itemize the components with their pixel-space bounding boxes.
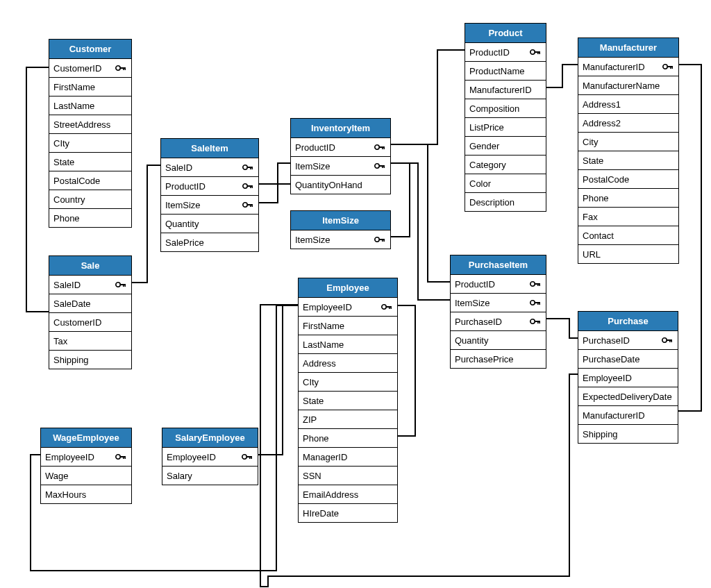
attribute-name: ProductName [469, 66, 524, 76]
attribute-row[interactable]: SaleID [49, 276, 131, 294]
attribute-row[interactable]: ListPrice [465, 117, 546, 136]
entity-saleitem[interactable]: SaleItemSaleIDProductIDItemSizeQuantityS… [160, 138, 259, 252]
attribute-row[interactable]: ZIP [299, 410, 397, 428]
attribute-row[interactable]: ItemSize [451, 293, 546, 312]
attribute-row[interactable]: Country [49, 190, 131, 208]
attribute-name: PurchaseID [583, 335, 630, 346]
entity-wageemployee[interactable]: WageEmployeeEmployeeIDWageMaxHours [40, 428, 132, 504]
attribute-row[interactable]: FirstName [299, 316, 397, 335]
attribute-row[interactable]: PurchaseID [578, 331, 678, 349]
attribute-row[interactable]: EmployeeID [299, 298, 397, 316]
entity-title: Employee [299, 278, 397, 298]
attribute-row[interactable]: QuantityOnHand [291, 175, 390, 194]
svg-rect-13 [247, 185, 252, 187]
attribute-row[interactable]: ItemSize [291, 156, 390, 175]
attribute-name: Composition [469, 103, 519, 114]
attribute-name: Phone [303, 433, 329, 444]
entity-sale[interactable]: SaleSaleIDSaleDateCustomerIDTaxShipping [49, 255, 132, 369]
attribute-row[interactable]: EmployeeID [578, 368, 678, 387]
svg-rect-9 [247, 167, 252, 168]
entity-employee[interactable]: EmployeeEmployeeIDFirstNameLastNameAddre… [298, 278, 398, 523]
primary-key-icon [529, 318, 542, 325]
attribute-row[interactable]: ProductID [291, 138, 390, 156]
entity-purchase[interactable]: PurchasePurchaseIDPurchaseDateEmployeeID… [578, 311, 678, 444]
attribute-row[interactable]: Wage [41, 466, 131, 485]
entity-product[interactable]: ProductProductIDProductNameManufacturerI… [465, 23, 546, 212]
attribute-row[interactable]: EmployeeID [41, 448, 131, 466]
attribute-row[interactable]: LastName [49, 96, 131, 115]
attribute-row[interactable]: PurchaseDate [578, 349, 678, 368]
attribute-row[interactable]: MaxHours [41, 485, 131, 503]
entity-salaryemployee[interactable]: SalaryEmployeeEmployeeIDSalary [162, 428, 258, 485]
attribute-row[interactable]: CIty [49, 133, 131, 152]
attribute-row[interactable]: EmailAddress [299, 485, 397, 503]
attribute-row[interactable]: Phone [299, 428, 397, 447]
attribute-row[interactable]: ProductID [465, 43, 546, 61]
attribute-row[interactable]: Description [465, 192, 546, 211]
attribute-row[interactable]: ProductName [465, 61, 546, 80]
attribute-row[interactable]: Color [465, 174, 546, 192]
attribute-row[interactable]: URL [578, 244, 678, 263]
attribute-row[interactable]: CustomerID [49, 312, 131, 331]
attribute-name: Salary [167, 471, 192, 481]
attribute-name: LastName [303, 339, 344, 350]
attribute-row[interactable]: ManagerID [299, 447, 397, 466]
attribute-row[interactable]: Contact [578, 226, 678, 244]
attribute-row[interactable]: ManufacturerID [578, 405, 678, 424]
attribute-row[interactable]: State [578, 151, 678, 169]
attribute-row[interactable]: Quantity [161, 214, 258, 233]
attribute-row[interactable]: SalePrice [161, 233, 258, 251]
attribute-row[interactable]: PostalCode [578, 169, 678, 188]
attribute-row[interactable]: EmployeeID [162, 448, 258, 466]
attribute-row[interactable]: Shipping [49, 350, 131, 369]
entity-purchaseitem[interactable]: PurchaseItemProductIDItemSizePurchaseIDQ… [450, 255, 546, 369]
attribute-row[interactable]: City [578, 132, 678, 151]
svg-point-44 [530, 301, 535, 305]
entity-title: PurchaseItem [451, 255, 546, 275]
attribute-row[interactable]: CIty [299, 372, 397, 391]
attribute-row[interactable]: CustomerID [49, 59, 131, 77]
svg-rect-37 [535, 51, 539, 53]
attribute-name: Fax [583, 212, 598, 222]
svg-rect-65 [246, 456, 251, 457]
attribute-row[interactable]: Tax [49, 331, 131, 350]
attribute-row[interactable]: LastName [299, 335, 397, 353]
attribute-row[interactable]: ManufacturerName [578, 76, 678, 94]
entity-customer[interactable]: CustomerCustomerIDFirstNameLastNameStree… [49, 39, 132, 228]
attribute-row[interactable]: Phone [578, 188, 678, 207]
attribute-row[interactable]: SSN [299, 466, 397, 485]
attribute-row[interactable]: SaleID [161, 158, 258, 176]
attribute-row[interactable]: Address2 [578, 113, 678, 132]
attribute-row[interactable]: HIreDate [299, 503, 397, 522]
attribute-row[interactable]: ItemSize [161, 195, 258, 214]
attribute-row[interactable]: ExpectedDeliveryDate [578, 387, 678, 405]
attribute-row[interactable]: ProductID [161, 176, 258, 195]
attribute-row[interactable]: Salary [162, 466, 258, 485]
attribute-row[interactable]: PostalCode [49, 171, 131, 190]
attribute-row[interactable]: Category [465, 155, 546, 174]
attribute-row[interactable]: PurchaseID [451, 312, 546, 330]
entity-itemsize[interactable]: ItemSizeItemSize [290, 210, 391, 249]
attribute-row[interactable]: Fax [578, 207, 678, 226]
attribute-row[interactable]: Shipping [578, 424, 678, 443]
attribute-row[interactable]: Composition [465, 99, 546, 117]
attribute-row[interactable]: Address1 [578, 94, 678, 113]
svg-rect-46 [537, 302, 539, 305]
svg-rect-61 [120, 456, 125, 457]
attribute-row[interactable]: Phone [49, 208, 131, 227]
attribute-row[interactable]: State [49, 152, 131, 171]
entity-manufacturer[interactable]: ManufacturerManufacturerIDManufacturerNa… [578, 37, 679, 264]
attribute-row[interactable]: Gender [465, 136, 546, 155]
attribute-row[interactable]: State [299, 391, 397, 410]
attribute-row[interactable]: ItemSize [291, 230, 390, 249]
attribute-row[interactable]: Quantity [451, 330, 546, 349]
entity-inventoryitem[interactable]: InventoryItemProductIDItemSizeQuantityOn… [290, 118, 391, 194]
attribute-row[interactable]: SaleDate [49, 294, 131, 312]
attribute-row[interactable]: ManufacturerID [578, 58, 678, 76]
attribute-row[interactable]: ProductID [451, 275, 546, 293]
attribute-row[interactable]: ManufacturerID [465, 80, 546, 99]
attribute-row[interactable]: StreetAddress [49, 115, 131, 133]
attribute-row[interactable]: Address [299, 353, 397, 372]
attribute-row[interactable]: FirstName [49, 77, 131, 96]
attribute-row[interactable]: PurchasePrice [451, 349, 546, 368]
